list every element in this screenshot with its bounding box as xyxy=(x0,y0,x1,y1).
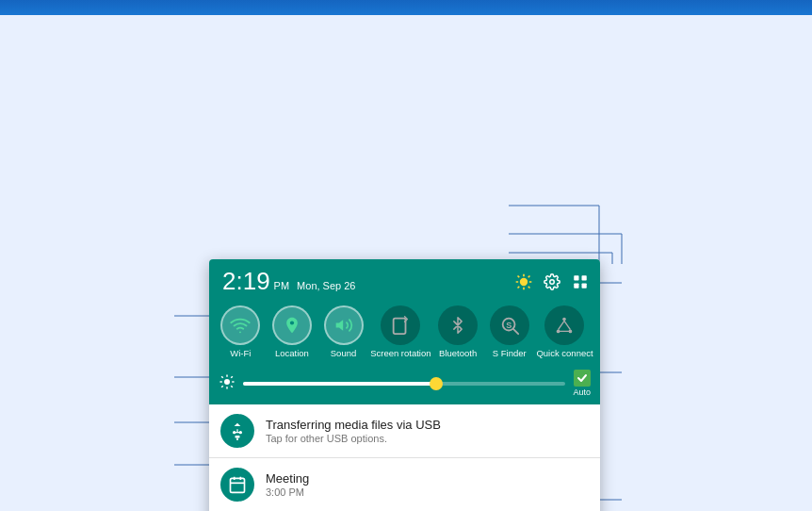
svg-line-45 xyxy=(221,376,223,378)
svg-rect-25 xyxy=(574,283,578,288)
qs-quick-connect[interactable]: Quick connect xyxy=(536,305,593,358)
qs-rotation-label: Screen rotation xyxy=(370,348,430,358)
notif-usb-text: Transferring media files via USB Tap for… xyxy=(266,418,589,444)
notif-usb-subtitle: Tap for other USB options. xyxy=(266,433,589,444)
svg-rect-30 xyxy=(394,319,406,335)
auto-label: Auto xyxy=(573,387,591,397)
meeting-icon-circle xyxy=(220,468,254,502)
svg-point-22 xyxy=(550,279,555,284)
svg-line-48 xyxy=(221,386,223,387)
svg-rect-53 xyxy=(231,479,245,493)
apps-icon[interactable] xyxy=(570,272,591,292)
usb-icon-circle xyxy=(220,414,254,448)
notif-usb-title: Transferring media files via USB xyxy=(266,418,589,432)
time-date: Mon, Sep 26 xyxy=(297,280,355,291)
qs-sfinder-circle: S xyxy=(490,305,529,345)
svg-rect-26 xyxy=(582,283,587,288)
qs-location[interactable]: Location xyxy=(268,305,317,358)
qs-bluetooth-label: Bluetooth xyxy=(439,348,477,358)
svg-line-32 xyxy=(513,329,518,334)
notif-meeting-subtitle: 3:00 PM xyxy=(266,486,589,498)
svg-text:S: S xyxy=(506,321,512,330)
qs-location-circle xyxy=(272,305,312,345)
svg-line-20 xyxy=(528,275,530,277)
qs-quickconnect-label: Quick connect xyxy=(536,348,593,358)
notif-usb[interactable]: Transferring media files via USB Tap for… xyxy=(209,404,600,458)
qs-s-finder[interactable]: S S Finder xyxy=(485,305,534,358)
brightness-fill xyxy=(243,382,436,386)
notif-meeting[interactable]: Meeting 3:00 PM xyxy=(209,458,600,511)
qs-sound-label: Sound xyxy=(331,348,356,358)
qs-wifi-label: Wi-Fi xyxy=(230,348,251,358)
svg-line-38 xyxy=(564,321,570,329)
brightness-slider[interactable] xyxy=(243,382,565,386)
notification-panel: 2:19 PM Mon, Sep 26 xyxy=(209,259,600,511)
svg-point-28 xyxy=(290,321,294,324)
qs-location-label: Location xyxy=(275,348,309,358)
svg-point-40 xyxy=(224,379,230,385)
brightness-header-icon[interactable] xyxy=(513,272,534,292)
svg-line-46 xyxy=(231,386,233,387)
svg-point-34 xyxy=(563,318,567,321)
svg-line-21 xyxy=(518,286,520,288)
qs-screen-rotation[interactable]: Screen rotation xyxy=(370,305,430,358)
settings-icon[interactable] xyxy=(542,272,562,292)
time-ampm: PM xyxy=(274,280,290,291)
header-icons xyxy=(513,272,591,292)
panel-header: 2:19 PM Mon, Sep 26 xyxy=(209,259,600,302)
notif-meeting-title: Meeting xyxy=(266,471,589,486)
qs-bluetooth-circle xyxy=(438,305,478,345)
svg-rect-24 xyxy=(582,275,587,280)
quick-settings-row: Wi-Fi Location Sound xyxy=(209,302,600,366)
svg-line-18 xyxy=(518,275,520,277)
qs-sound-circle xyxy=(324,305,364,345)
qs-wifi[interactable]: Wi-Fi xyxy=(216,305,265,358)
svg-line-19 xyxy=(528,286,530,288)
header-time: 2:19 PM Mon, Sep 26 xyxy=(222,267,355,296)
qs-wifi-circle xyxy=(220,305,260,345)
qs-sound[interactable]: Sound xyxy=(319,305,368,358)
svg-marker-29 xyxy=(335,320,343,331)
notif-meeting-text: Meeting 3:00 PM xyxy=(266,471,589,498)
svg-rect-23 xyxy=(574,275,578,280)
auto-brightness-button[interactable]: Auto xyxy=(573,370,591,397)
svg-rect-51 xyxy=(235,436,240,438)
svg-point-27 xyxy=(239,331,241,333)
svg-line-47 xyxy=(231,376,233,378)
qs-bluetooth[interactable]: Bluetooth xyxy=(433,305,482,358)
qs-sfinder-label: S Finder xyxy=(493,348,527,358)
time-display: 2:19 xyxy=(222,267,270,296)
brightness-row: Auto xyxy=(209,366,600,404)
qs-rotation-circle xyxy=(381,305,420,345)
svg-point-13 xyxy=(520,277,528,285)
auto-checkbox xyxy=(574,370,591,387)
qs-quickconnect-circle xyxy=(544,305,584,345)
svg-line-37 xyxy=(559,321,564,329)
brightness-thumb xyxy=(430,377,443,390)
brightness-icon xyxy=(219,373,235,394)
